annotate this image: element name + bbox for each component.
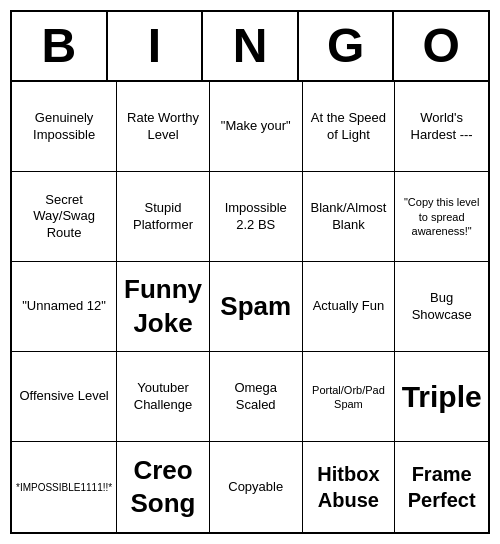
bingo-letter-g: G xyxy=(299,12,395,81)
bingo-cell-6: Stupid Platformer xyxy=(117,172,210,262)
bingo-card: BINGO Genuinely ImpossibleRate Worthy Le… xyxy=(10,10,490,535)
bingo-cell-23: Hitbox Abuse xyxy=(303,442,396,532)
bingo-cell-1: Rate Worthy Level xyxy=(117,82,210,172)
bingo-cell-5: Secret Way/Swag Route xyxy=(12,172,117,262)
bingo-cell-17: Omega Scaled xyxy=(210,352,303,442)
bingo-cell-7: Impossible 2.2 BS xyxy=(210,172,303,262)
bingo-cell-2: "Make your" xyxy=(210,82,303,172)
bingo-cell-12: Spam xyxy=(210,262,303,352)
bingo-cell-21: Creo Song xyxy=(117,442,210,532)
bingo-cell-24: Frame Perfect xyxy=(395,442,488,532)
bingo-cell-0: Genuinely Impossible xyxy=(12,82,117,172)
bingo-cell-10: "Unnamed 12" xyxy=(12,262,117,352)
bingo-letter-b: B xyxy=(12,12,108,81)
bingo-header: BINGO xyxy=(12,12,488,83)
bingo-cell-9: "Copy this level to spread awareness!" xyxy=(395,172,488,262)
bingo-cell-22: Copyable xyxy=(210,442,303,532)
bingo-cell-8: Blank/Almost Blank xyxy=(303,172,396,262)
bingo-letter-n: N xyxy=(203,12,299,81)
bingo-cell-14: Bug Showcase xyxy=(395,262,488,352)
bingo-cell-4: World's Hardest --- xyxy=(395,82,488,172)
bingo-cell-20: *IMPOSSIBLE1111!!* xyxy=(12,442,117,532)
bingo-cell-15: Offensive Level xyxy=(12,352,117,442)
bingo-letter-i: I xyxy=(108,12,204,81)
bingo-cell-16: Youtuber Challenge xyxy=(117,352,210,442)
bingo-cell-3: At the Speed of Light xyxy=(303,82,396,172)
bingo-cell-13: Actually Fun xyxy=(303,262,396,352)
bingo-letter-o: O xyxy=(394,12,488,81)
bingo-cell-19: Triple xyxy=(395,352,488,442)
bingo-cell-11: Funny Joke xyxy=(117,262,210,352)
bingo-grid: Genuinely ImpossibleRate Worthy Level"Ma… xyxy=(12,82,488,532)
bingo-cell-18: Portal/Orb/Pad Spam xyxy=(303,352,396,442)
